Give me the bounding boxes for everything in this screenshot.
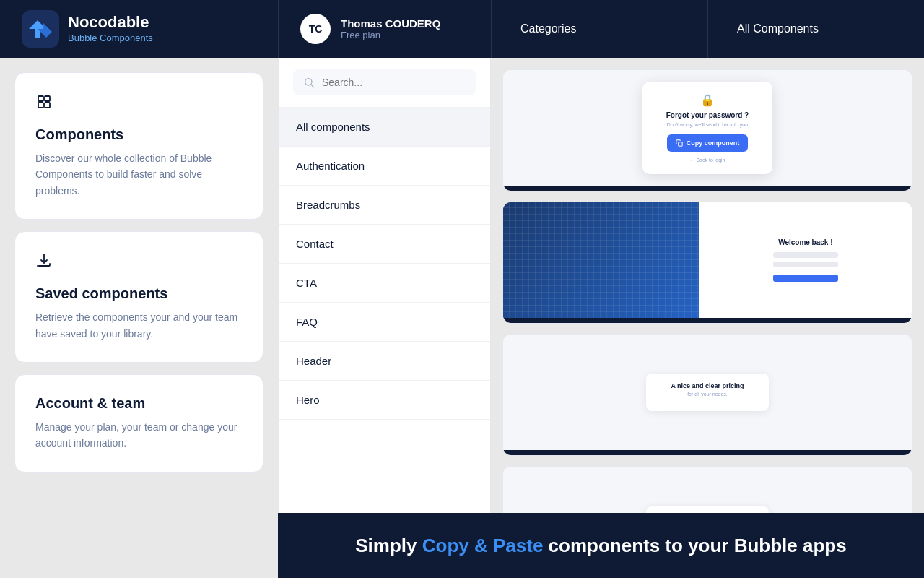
svg-rect-4 [45, 103, 50, 108]
components-icon [35, 93, 243, 115]
search-icon [303, 77, 315, 88]
svg-rect-3 [45, 96, 50, 101]
saved-description: Retrieve the components your and your te… [35, 309, 243, 342]
components-card[interactable]: Components Discover our whole collection… [14, 72, 263, 220]
category-authentication[interactable]: Authentication [279, 147, 490, 186]
account-title: Account & team [35, 395, 243, 412]
user-section: TC Thomas COUDERQ Free plan [278, 0, 491, 58]
component-card-password-modal: 🔒 Forgot your password ? Don't worry, we… [502, 69, 912, 191]
cta-rest-text: components to your Bubble apps [543, 535, 846, 556]
auth3-left [503, 202, 699, 318]
cta-banner: Simply Copy & Paste components to your B… [278, 513, 924, 578]
category-header[interactable]: Header [279, 342, 490, 381]
modal-subtitle: Don't worry, we'll send it back to you [655, 122, 759, 127]
password-modal-preview: 🔒 Forgot your password ? Don't worry, we… [642, 82, 772, 174]
cta-plain-text: Simply [355, 535, 422, 556]
category-breadcrumbs[interactable]: Breadcrumbs [279, 186, 490, 225]
account-description: Manage your plan, your team or change yo… [35, 419, 243, 452]
nav-categories-label: Categories [520, 22, 576, 35]
component-preview-auth3: Welcome back ! [503, 202, 912, 318]
component-label-auth3: Authentication 3 [503, 318, 912, 324]
nocodable-logo-icon [22, 10, 59, 48]
search-box [279, 58, 490, 108]
pricing-sub: for all your needs. [658, 392, 757, 397]
category-hero[interactable]: Hero [279, 381, 490, 420]
pricing-title: A nice and clear pricing [658, 382, 757, 389]
component-label-pricing2: Pricing 2 [503, 450, 912, 456]
logo-title: Nocodable [68, 14, 153, 31]
component-card-auth3: Welcome back ! Authentication 3 [502, 202, 912, 324]
category-panel: All components Authentication Breadcrumb… [278, 58, 491, 578]
auth3-signin-btn [773, 275, 838, 282]
top-nav: Nocodable Bubble Components TC Thomas CO… [0, 0, 924, 58]
sidebar: Components Discover our whole collection… [0, 58, 278, 578]
components-title: Components [35, 126, 243, 143]
nav-categories[interactable]: Categories [491, 0, 707, 58]
category-cta[interactable]: CTA [279, 264, 490, 303]
auth3-grid [503, 202, 699, 318]
modal-title: Forgot your password ? [655, 111, 759, 119]
components-panel: 🔒 Forgot your password ? Don't worry, we… [491, 58, 924, 578]
user-info: Thomas COUDERQ Free plan [341, 17, 440, 40]
category-all[interactable]: All components [279, 108, 490, 147]
svg-rect-7 [679, 142, 682, 146]
logo-subtitle: Bubble Components [68, 33, 153, 43]
main-container: Components Discover our whole collection… [0, 58, 924, 578]
account-card[interactable]: Account & team Manage your plan, your te… [14, 374, 263, 473]
svg-rect-1 [38, 96, 43, 101]
component-preview-password-modal: 🔒 Forgot your password ? Don't worry, we… [503, 70, 912, 186]
svg-line-6 [311, 85, 314, 87]
user-name: Thomas COUDERQ [341, 17, 440, 30]
category-contact[interactable]: Contact [279, 225, 490, 264]
component-preview-pricing2: A nice and clear pricing for all your ne… [503, 335, 912, 450]
user-plan: Free plan [341, 30, 440, 40]
nav-all-components[interactable]: All Components [707, 0, 924, 58]
svg-rect-2 [38, 103, 43, 108]
logo-area[interactable]: Nocodable Bubble Components [0, 0, 278, 58]
copy-btn-label: Copy component [687, 139, 740, 147]
saved-card[interactable]: Saved components Retrieve the components… [14, 231, 263, 363]
saved-title: Saved components [35, 285, 243, 302]
auth3-right: Welcome back ! [699, 202, 912, 318]
lock-icon: 🔒 [655, 93, 759, 107]
nav-all-components-label: All Components [737, 22, 819, 35]
cta-text: Simply Copy & Paste components to your B… [355, 535, 846, 557]
auth3-welcome-text: Welcome back ! [778, 238, 832, 246]
cta-highlight-text: Copy & Paste [422, 535, 544, 556]
pricing-preview: A nice and clear pricing for all your ne… [646, 374, 769, 411]
component-card-pricing2: A nice and clear pricing for all your ne… [502, 334, 912, 456]
copy-component-button[interactable]: Copy component [667, 134, 749, 152]
search-input-wrap[interactable] [293, 69, 476, 95]
auth3-preview: Welcome back ! [503, 202, 912, 318]
category-faq[interactable]: FAQ [279, 303, 490, 342]
back-link: ← Back to login [655, 158, 759, 163]
auth3-email-input [773, 252, 838, 258]
avatar: TC [300, 14, 331, 44]
logo-text: Nocodable Bubble Components [68, 14, 153, 44]
component-label-password-modal: Password Forgotten Modal [503, 186, 912, 191]
search-input[interactable] [322, 77, 466, 88]
saved-icon [35, 252, 243, 274]
auth3-building [503, 202, 699, 318]
components-description: Discover our whole collection of Bubble … [35, 150, 243, 199]
auth3-password-input [773, 262, 838, 267]
